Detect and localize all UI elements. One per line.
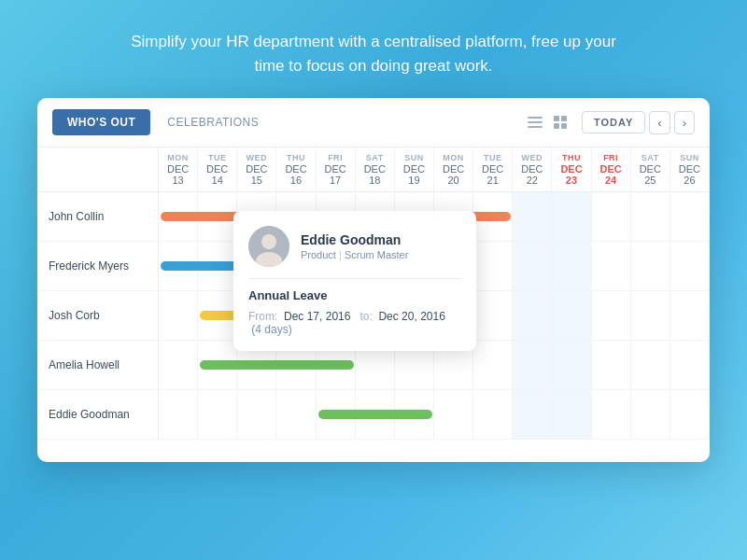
person-name: Frederick Myers (37, 242, 159, 290)
person-name: Josh Corb (37, 291, 159, 340)
svg-rect-6 (561, 123, 567, 129)
day-col-6: SUNDEC 19 (395, 147, 434, 191)
day-col-5: SATDEC 18 (356, 147, 395, 191)
popup-card: Eddie Goodman Product | Scrum Master Ann… (233, 211, 476, 351)
day-col-10: THUDEC 23 (552, 147, 591, 191)
prev-button[interactable]: ‹ (649, 111, 669, 134)
person-name: John Collin (37, 192, 159, 241)
svg-rect-2 (528, 126, 543, 128)
next-button[interactable]: › (674, 111, 695, 134)
day-col-8: TUEDEC 21 (473, 147, 513, 191)
popup-person-role: Product | Scrum Master (301, 249, 408, 260)
name-col-header (37, 147, 159, 191)
popup-header: Eddie Goodman Product | Scrum Master (248, 226, 461, 267)
event-bar-eddie[interactable] (318, 410, 432, 419)
day-col-12: SATDEC 25 (631, 147, 670, 191)
toolbar: WHO'S OUT CELEBRATIONS TODAY ‹ › (37, 98, 710, 147)
day-col-4: FRIDEC 17 (317, 147, 356, 191)
popup-divider (248, 278, 461, 279)
main-card: WHO'S OUT CELEBRATIONS TODAY ‹ › MONDEC … (37, 98, 710, 462)
day-col-2: WEDDEC 15 (237, 147, 276, 191)
grid-view-icon[interactable] (552, 114, 569, 131)
day-col-1: TUEDEC 14 (198, 147, 237, 191)
svg-rect-5 (554, 123, 559, 129)
tab-whosout[interactable]: WHO'S OUT (52, 109, 150, 135)
day-col-3: THUDEC 16 (276, 147, 316, 191)
svg-rect-0 (528, 117, 543, 119)
svg-rect-1 (528, 121, 543, 123)
day-col-9: WEDDEC 22 (513, 147, 552, 191)
list-view-icon[interactable] (526, 115, 544, 130)
popup-person-info: Eddie Goodman Product | Scrum Master (301, 232, 408, 260)
tab-celebrations[interactable]: CELEBRATIONS (154, 109, 272, 135)
avatar (248, 226, 289, 267)
person-cells (159, 390, 710, 439)
day-col-13: SUNDEC 26 (670, 147, 710, 191)
today-button[interactable]: TODAY (582, 111, 645, 133)
view-icons (526, 114, 569, 131)
popup-person-name: Eddie Goodman (301, 232, 408, 247)
tagline: Simplify your HR department with a centr… (131, 30, 616, 77)
row-eddie-goodman: Eddie Goodman (37, 390, 710, 440)
person-name: Eddie Goodman (37, 390, 159, 439)
calendar: MONDEC 13 TUEDEC 14 WEDDEC 15 THUDEC 16 … (37, 147, 710, 440)
svg-rect-3 (554, 116, 559, 121)
day-col-7: MONDEC 20 (434, 147, 473, 191)
event-bar-amelia[interactable] (200, 360, 354, 370)
svg-point-8 (261, 234, 276, 249)
day-col-0: MONDEC 13 (159, 147, 198, 191)
person-name: Amelia Howell (37, 341, 159, 389)
popup-dates: From: Dec 17, 2016 to: Dec 20, 2016 (4 d… (248, 310, 461, 336)
svg-rect-4 (561, 116, 567, 121)
day-headers: MONDEC 13 TUEDEC 14 WEDDEC 15 THUDEC 16 … (37, 147, 710, 192)
popup-leave-type: Annual Leave (248, 288, 461, 302)
day-col-11: FRIDEC 24 (592, 147, 631, 191)
